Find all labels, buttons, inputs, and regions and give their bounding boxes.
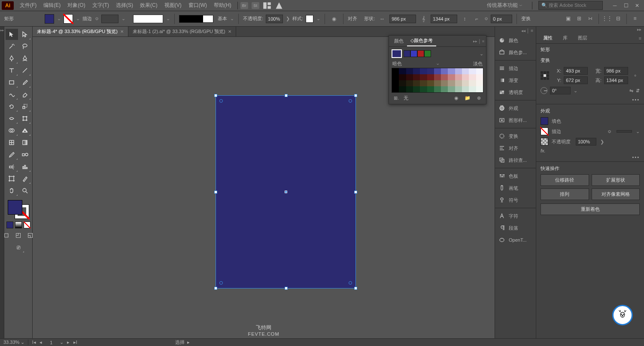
edit-colors-icon[interactable]: ◉: [453, 94, 460, 101]
opacity-swatch[interactable]: [541, 138, 548, 146]
strip-item-transparency[interactable]: 透明度: [495, 86, 536, 98]
flip-v-icon[interactable]: ⇵: [636, 88, 640, 94]
paintbrush-tool[interactable]: [19, 77, 31, 88]
rotate-tool[interactable]: [6, 101, 18, 112]
symbol-sprayer-tool[interactable]: [6, 161, 18, 172]
bridge-icon[interactable]: Br: [240, 2, 248, 9]
shade-cell[interactable]: [427, 80, 434, 86]
width-tool[interactable]: [6, 113, 18, 124]
graphic-style-swatch[interactable]: [306, 15, 313, 23]
center-point[interactable]: [285, 191, 287, 193]
status-selection[interactable]: 选择▸: [175, 339, 190, 346]
stroke-weight-dd[interactable]: ⌄: [121, 16, 125, 21]
shade-cell[interactable]: [434, 86, 441, 92]
direct-selection-tool[interactable]: [19, 29, 31, 40]
shade-cell[interactable]: [441, 68, 448, 74]
blend-tool[interactable]: [19, 149, 31, 160]
minimize-button[interactable]: ─: [610, 2, 620, 9]
limit-colors-icon[interactable]: ⊞.: [392, 94, 400, 101]
corner-widget-nw[interactable]: [219, 99, 223, 103]
artboard-dd[interactable]: ⌄: [58, 340, 64, 345]
prefs-icon[interactable]: ⋮⋮: [602, 14, 612, 23]
align-pixel-icon[interactable]: ∺: [586, 14, 595, 23]
shade-cell[interactable]: [420, 68, 427, 74]
angle-field[interactable]: 0°: [550, 87, 571, 94]
x-field[interactable]: 493 px: [564, 67, 588, 75]
tab-libraries[interactable]: 库: [558, 33, 573, 43]
fill-indicator[interactable]: [8, 200, 22, 215]
magic-wand-tool[interactable]: [6, 41, 18, 52]
strip-item-align[interactable]: 对齐: [495, 142, 536, 154]
shade-cell[interactable]: [406, 86, 413, 92]
strip-item-appearance[interactable]: 外观: [495, 102, 536, 114]
transform-more[interactable]: •••: [536, 97, 644, 104]
resize-handle-n[interactable]: [285, 94, 288, 97]
menu-select[interactable]: 选择(S): [112, 0, 137, 11]
shaper-tool[interactable]: [6, 89, 18, 100]
shade-cell[interactable]: [392, 86, 399, 92]
last-artboard-icon[interactable]: ▸I: [72, 340, 78, 345]
resize-handle-s[interactable]: [285, 287, 288, 290]
shade-cell[interactable]: [455, 68, 462, 74]
strip-item-character[interactable]: 字符: [495, 210, 536, 222]
resize-handle-e[interactable]: [354, 191, 357, 194]
tab-color-guide[interactable]: ◇ 颜色参考: [407, 36, 436, 46]
search-stock-input[interactable]: 🔍 搜索 Adobe Stock: [538, 1, 603, 10]
stroke-dropdown-icon[interactable]: ⌄: [76, 16, 80, 21]
strip-item-paragraph[interactable]: 段落: [495, 222, 536, 234]
shade-cell[interactable]: [448, 86, 455, 92]
shade-cell[interactable]: [462, 68, 469, 74]
shade-cell[interactable]: [420, 74, 427, 80]
free-transform-tool[interactable]: [19, 113, 31, 124]
shade-cell[interactable]: [399, 86, 406, 92]
gradient-mode-btn[interactable]: [15, 222, 22, 228]
shade-cell[interactable]: [413, 86, 420, 92]
mesh-tool[interactable]: [6, 137, 18, 148]
shade-cell[interactable]: [406, 80, 413, 86]
stroke-weight-field[interactable]: [101, 15, 118, 23]
reference-point[interactable]: [541, 71, 549, 80]
gpu-preview-icon[interactable]: [275, 1, 283, 10]
screen-mode-btn[interactable]: ⎚: [12, 242, 24, 253]
arrange-icon[interactable]: [263, 1, 271, 10]
angle-dd[interactable]: ⌄: [573, 88, 577, 94]
shade-cell[interactable]: [399, 80, 406, 86]
corner-icon[interactable]: ⌐: [472, 14, 481, 24]
shade-cell[interactable]: [420, 80, 427, 86]
shade-cell[interactable]: [462, 86, 469, 92]
workspace-switcher[interactable]: 传统基本功能 ﹀: [483, 1, 526, 10]
snap-pixel-icon[interactable]: ⊞: [574, 14, 584, 23]
brush-definition[interactable]: [133, 15, 163, 23]
base-color-swatch[interactable]: [392, 49, 402, 58]
menu-window[interactable]: 窗口(W): [185, 0, 210, 11]
zoom-level[interactable]: 33.33% ⌄: [0, 340, 28, 345]
shade-cell[interactable]: [448, 80, 455, 86]
shade-cell[interactable]: [427, 68, 434, 74]
shade-cell[interactable]: [392, 80, 399, 86]
recolor-icon[interactable]: ◉: [329, 14, 339, 24]
harmony-dd[interactable]: ⌄: [479, 51, 483, 57]
shade-cell[interactable]: [406, 74, 413, 80]
shape-height-field[interactable]: 1344 px: [431, 15, 457, 23]
strip-item-transform[interactable]: 变换: [495, 130, 536, 142]
shade-cell[interactable]: [448, 68, 455, 74]
next-artboard-icon[interactable]: ▸: [65, 340, 71, 345]
strip-item-colorGuide[interactable]: 颜色参...: [495, 46, 536, 58]
shade-cell[interactable]: [399, 74, 406, 80]
document-tab-1[interactable]: 未标题-4* @ 33.33% (RGB/GPU 预览)✕: [33, 27, 128, 36]
corner-widget-se[interactable]: [349, 281, 352, 285]
harmony-colors[interactable]: [404, 50, 431, 57]
shade-cell[interactable]: [427, 74, 434, 80]
strip-item-graphicStyles[interactable]: 图形样...: [495, 114, 536, 126]
style-dd[interactable]: ⌄: [316, 16, 320, 21]
quick-arrange[interactable]: 排列: [541, 188, 589, 200]
strip-item-color[interactable]: 颜色: [495, 34, 536, 46]
panel-collapse-icon[interactable]: ▸▸ │ ≡: [473, 39, 484, 43]
stroke-swatch[interactable]: [64, 14, 73, 24]
opacity-field[interactable]: 100%: [576, 138, 596, 146]
resize-handle-w[interactable]: [214, 191, 217, 194]
transform-label[interactable]: 变换: [521, 15, 531, 22]
opacity-dd[interactable]: ❯: [600, 139, 604, 145]
fill-swatch[interactable]: [45, 14, 54, 24]
corner-radius-field[interactable]: 0 px: [491, 15, 512, 23]
